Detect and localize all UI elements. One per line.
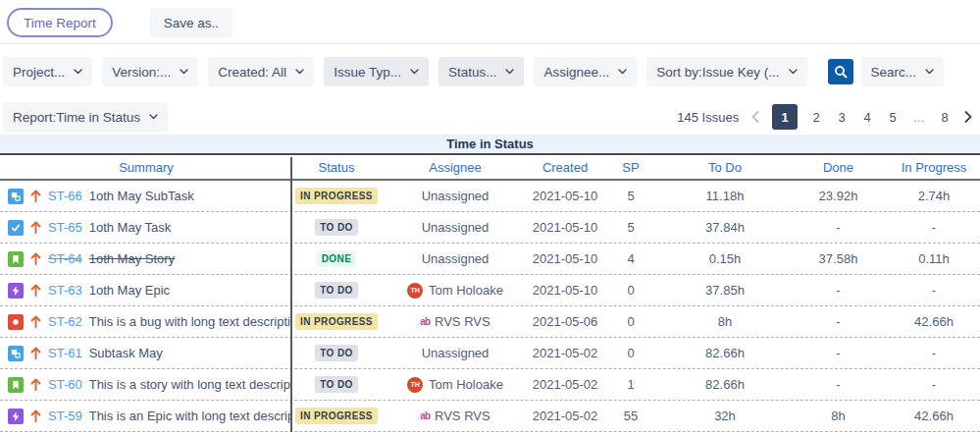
status-cell: TO DO: [292, 345, 381, 361]
report-selector[interactable]: Report:Time in Status: [3, 102, 168, 132]
status-badge: IN PROGRESS: [295, 188, 378, 204]
table-title: Time in Status: [0, 135, 980, 155]
chevron-down-icon: [410, 69, 419, 75]
table-row[interactable]: ST-64 1oth May Story DONE Unassigned 202…: [0, 244, 980, 275]
table-row[interactable]: ST-59 This is an Epic with long text des…: [0, 401, 980, 432]
inprogress-cell: -: [888, 377, 980, 392]
status-badge: IN PROGRESS: [295, 408, 378, 424]
status-badge: DONE: [317, 250, 357, 267]
done-cell: -: [789, 346, 888, 360]
created-cell: 2021-05-02: [530, 377, 600, 392]
filter-sort-by-issue-key[interactable]: Sort by:Issue Key (...: [646, 57, 806, 86]
summary-column-divider: [290, 157, 292, 432]
search-icon: [834, 65, 848, 79]
issue-key-link[interactable]: ST-66: [48, 189, 82, 203]
chevron-down-icon: [74, 69, 82, 75]
filter-status[interactable]: Status...: [438, 57, 525, 86]
issue-key-link[interactable]: ST-61: [48, 346, 82, 360]
chevron-down-icon: [149, 114, 158, 120]
todo-cell: 11.18h: [661, 189, 789, 203]
assignee-avatar: TH: [407, 377, 423, 393]
page-button[interactable]: 5: [886, 104, 900, 130]
column-header-summary[interactable]: Summary: [0, 160, 292, 175]
issue-key-link[interactable]: ST-64: [48, 251, 82, 266]
assignee-name: Tom Holoake: [429, 377, 503, 392]
issue-key-link[interactable]: ST-62: [48, 314, 82, 329]
inprogress-cell: 2.74h: [888, 189, 980, 203]
page-number-list: 12345...8: [772, 104, 952, 130]
priority-high-icon: [30, 221, 41, 234]
status-badge: TO DO: [315, 282, 357, 299]
filter-issue-typ[interactable]: Issue Typ...: [324, 57, 429, 86]
assignee-name: Tom Holoake: [429, 283, 503, 298]
story-issue-type-icon: [8, 377, 24, 393]
time-in-status-table: Time in Status SummaryStatusAssigneeCrea…: [0, 135, 980, 432]
column-header-to-do[interactable]: To Do: [661, 160, 789, 175]
sp-cell: 5: [600, 220, 661, 235]
page-button[interactable]: 4: [860, 104, 874, 130]
done-cell: 37.58h: [789, 251, 888, 266]
page-button[interactable]: 8: [938, 104, 952, 130]
status-badge: IN PROGRESS: [295, 313, 378, 330]
chevron-down-icon: [505, 69, 514, 75]
column-header-in-progress[interactable]: In Progress: [888, 160, 980, 175]
done-cell: 8h: [789, 409, 888, 423]
page-button-current[interactable]: 1: [772, 104, 798, 130]
page-button[interactable]: 3: [835, 104, 849, 130]
save-as-button[interactable]: Save as..: [150, 8, 232, 37]
table-row[interactable]: ST-62 This is a bug with long text descr…: [0, 306, 980, 338]
created-cell: 2021-05-10: [530, 283, 600, 298]
status-cell: IN PROGRESS: [292, 188, 381, 204]
top-toolbar: Time Report Save as..: [0, 0, 980, 44]
chip-label: Sort by:Issue Key (...: [656, 65, 779, 80]
column-header-assignee[interactable]: Assignee: [381, 160, 530, 175]
created-cell: 2021-05-06: [530, 314, 600, 329]
created-cell: 2021-05-02: [530, 409, 600, 423]
summary-cell: ST-65 1oth May Task: [0, 220, 292, 236]
filter-version[interactable]: Version:...: [102, 57, 198, 86]
assignee-name: Unassigned: [422, 189, 490, 203]
table-row[interactable]: ST-65 1oth May Task TO DO Unassigned 202…: [0, 212, 980, 244]
search-button[interactable]: [828, 59, 853, 84]
filter-assignee[interactable]: Assignee...: [534, 57, 637, 86]
table-row[interactable]: ST-61 Subtask May TO DO Unassigned 2021-…: [0, 338, 980, 369]
chevron-left-icon: [751, 111, 759, 123]
page-button[interactable]: 2: [809, 104, 823, 130]
chevron-down-icon: [789, 69, 798, 75]
created-cell: 2021-05-10: [530, 189, 600, 203]
chevron-down-icon: [295, 69, 304, 75]
assignee-cell: THTom Holoake: [381, 377, 530, 393]
issue-summary: 1oth May Epic: [89, 283, 170, 298]
filter-searc[interactable]: Searc...: [861, 57, 945, 86]
assignee-name: Unassigned: [422, 220, 490, 235]
assignee-cell: Unassigned: [381, 189, 530, 203]
bug-issue-type-icon: [8, 314, 24, 330]
rvs-avatar-icon: ab: [420, 316, 430, 327]
column-header-created[interactable]: Created: [530, 160, 600, 175]
issue-key-link[interactable]: ST-59: [48, 409, 82, 423]
priority-high-icon: [30, 378, 41, 391]
column-header-done[interactable]: Done: [789, 160, 888, 175]
issue-key-link[interactable]: ST-63: [48, 283, 82, 298]
assignee-cell: Unassigned: [381, 251, 530, 266]
filter-created-all[interactable]: Created: All: [208, 57, 314, 86]
assignee-cell: THTom Holoake: [381, 283, 530, 299]
subtask-issue-type-icon: [8, 189, 24, 204]
table-row[interactable]: ST-63 1oth May Epic TO DO THTom Holoake …: [0, 275, 980, 306]
column-header-status[interactable]: Status: [292, 160, 381, 175]
issue-key-link[interactable]: ST-60: [48, 377, 82, 392]
filter-project[interactable]: Project...: [3, 57, 92, 86]
issue-key-link[interactable]: ST-65: [48, 220, 82, 235]
inprogress-cell: -: [888, 283, 980, 298]
status-cell: IN PROGRESS: [292, 313, 381, 330]
prev-page-button[interactable]: [751, 111, 759, 123]
subtask-issue-type-icon: [8, 346, 24, 361]
done-cell: -: [789, 283, 888, 298]
table-row[interactable]: ST-66 1oth May SubTask IN PROGRESS Unass…: [0, 181, 980, 212]
table-row[interactable]: ST-60 This is a story with long text des…: [0, 369, 980, 401]
column-header-sp[interactable]: SP: [600, 160, 661, 175]
next-page-button[interactable]: [964, 111, 972, 123]
time-report-button[interactable]: Time Report: [7, 8, 113, 37]
chip-label: Project...: [13, 65, 65, 80]
inprogress-cell: -: [888, 220, 980, 235]
